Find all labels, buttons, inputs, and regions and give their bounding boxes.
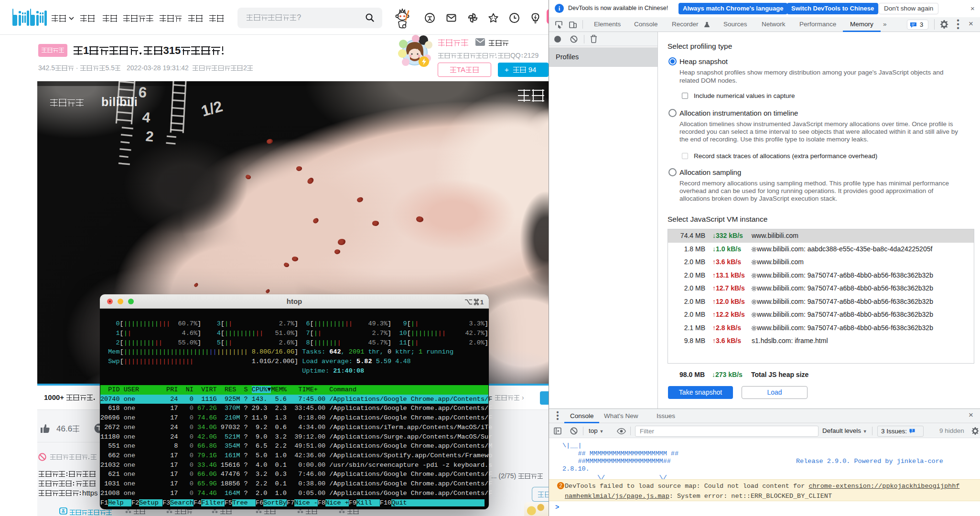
svg-text:2: 2: [145, 128, 154, 144]
svg-text:3: 3: [911, 429, 913, 432]
svg-text:1/2: 1/2: [199, 97, 225, 120]
svg-text:1: 1: [480, 299, 484, 305]
svg-text:6: 6: [138, 84, 147, 101]
svg-text:4: 4: [141, 109, 151, 125]
